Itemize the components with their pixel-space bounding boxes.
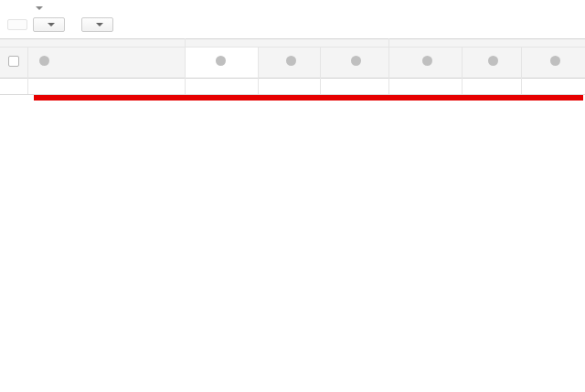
sort-type-dropdown[interactable] [81,17,113,32]
summary-avg-session-duration [521,79,585,95]
summary-bounce-rate [388,79,462,95]
secondary-dimension-button[interactable] [33,17,65,32]
column-header-row [0,48,585,79]
header-pct-new-sessions[interactable] [258,48,320,79]
header-avg-session-duration[interactable] [521,48,585,79]
help-icon[interactable] [216,56,226,66]
summary-pages-per-session [462,79,521,95]
plot-rows-button [7,19,27,30]
chevron-down-icon [48,23,55,26]
header-pages-per-session[interactable] [462,48,521,79]
help-icon[interactable] [550,56,560,66]
column-group-row [0,39,585,48]
help-icon[interactable] [39,56,49,66]
summary-new-users [320,79,388,95]
chevron-down-icon [36,6,43,10]
group-acquisition [185,39,388,48]
help-icon[interactable] [422,56,432,66]
header-landing-page[interactable] [27,48,185,79]
help-icon[interactable] [351,56,361,66]
other-dimensions-link[interactable] [31,6,43,10]
chevron-down-icon [96,23,103,26]
group-behavior [388,39,585,48]
annotation-red-box [34,95,583,101]
summary-sessions [185,79,258,95]
report-toolbar [0,13,585,38]
help-icon[interactable] [286,56,296,66]
primary-dimension-bar [0,0,585,13]
summary-row [0,79,585,95]
select-all-checkbox[interactable] [8,56,19,67]
header-bounce-rate[interactable] [388,48,462,79]
summary-pct-new-sessions [258,79,320,95]
header-sessions[interactable] [185,48,258,79]
help-icon[interactable] [488,56,498,66]
header-new-users[interactable] [320,48,388,79]
report-table [0,38,585,95]
